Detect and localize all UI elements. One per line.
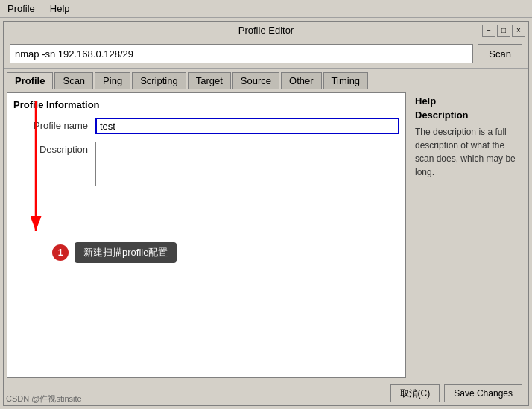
profile-name-row: Profile name bbox=[13, 118, 399, 134]
description-textarea[interactable] bbox=[95, 142, 399, 186]
minimize-button[interactable]: − bbox=[482, 25, 495, 37]
window-controls: − □ × bbox=[482, 25, 525, 37]
annotation: 1 新建扫描profile配置 bbox=[52, 242, 177, 263]
cancel-button[interactable]: 取消(C) bbox=[390, 384, 440, 402]
menu-help[interactable]: Help bbox=[45, 1, 75, 16]
main-content: Profile Information Profile name Descrip… bbox=[4, 89, 528, 381]
help-subtitle: Description bbox=[415, 110, 522, 121]
annotation-number: 1 bbox=[52, 244, 69, 261]
profile-editor-window: Profile Editor − □ × Scan Profile Scan P… bbox=[3, 21, 529, 406]
scan-button[interactable]: Scan bbox=[478, 44, 522, 63]
command-bar: Scan bbox=[4, 39, 528, 69]
tab-ping[interactable]: Ping bbox=[95, 72, 130, 89]
tab-scripting[interactable]: Scripting bbox=[132, 72, 186, 89]
profile-name-input[interactable] bbox=[95, 118, 399, 134]
window-title: Profile Editor bbox=[238, 25, 294, 36]
help-title: Help bbox=[415, 95, 522, 107]
section-title: Profile Information bbox=[13, 99, 399, 110]
command-input[interactable] bbox=[10, 44, 473, 63]
tab-bar: Profile Scan Ping Scripting Target Sourc… bbox=[4, 69, 528, 89]
menubar: Profile Help bbox=[0, 0, 532, 18]
description-label: Description bbox=[13, 142, 95, 155]
close-button[interactable]: × bbox=[512, 25, 525, 37]
bottom-bar: 取消(C) Save Changes bbox=[4, 381, 528, 405]
annotation-text: 新建扫描profile配置 bbox=[75, 242, 177, 263]
tab-scan[interactable]: Scan bbox=[54, 72, 93, 89]
help-panel: Help Description The description is a fu… bbox=[409, 89, 528, 381]
description-row: Description bbox=[13, 142, 399, 186]
menu-profile[interactable]: Profile bbox=[3, 1, 39, 16]
form-panel: Profile Information Profile name Descrip… bbox=[7, 92, 406, 378]
titlebar: Profile Editor − □ × bbox=[4, 22, 528, 39]
tab-profile[interactable]: Profile bbox=[7, 72, 53, 89]
restore-button[interactable]: □ bbox=[497, 25, 510, 37]
tab-source[interactable]: Source bbox=[232, 72, 279, 89]
tab-other[interactable]: Other bbox=[281, 72, 322, 89]
save-changes-button[interactable]: Save Changes bbox=[444, 384, 522, 402]
profile-name-label: Profile name bbox=[13, 118, 95, 131]
red-arrow-svg bbox=[7, 93, 405, 377]
tab-timing[interactable]: Timing bbox=[323, 72, 369, 89]
tab-target[interactable]: Target bbox=[188, 72, 231, 89]
help-description: The description is a full description of… bbox=[415, 125, 522, 179]
